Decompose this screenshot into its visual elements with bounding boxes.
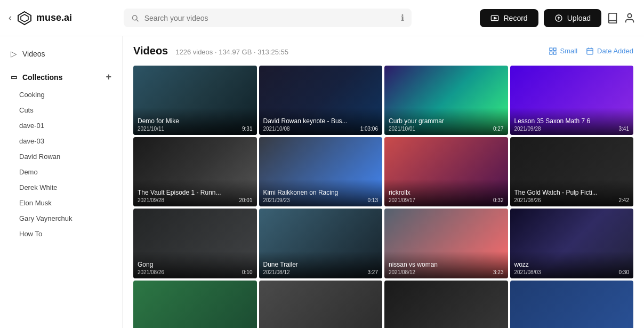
add-collection-icon[interactable]: +	[106, 71, 111, 83]
view-small-label: Small	[560, 47, 578, 55]
content-meta: 1226 videos · 134.97 GB · 313:25:55	[175, 48, 288, 56]
video-duration: 3:41	[619, 126, 629, 132]
video-footer: 2021/08/123:27	[263, 269, 379, 275]
video-title: Kimi Raikkonen on Racing	[263, 189, 379, 196]
video-overlay: The Vault Episode 1 - Runn...2021/09/282…	[133, 179, 257, 206]
sidebar-item-cooking[interactable]: Cooking	[0, 87, 122, 102]
library-button[interactable]	[607, 12, 618, 24]
sidebar-item-dave-01[interactable]: dave-01	[0, 118, 122, 133]
video-card[interactable]: rickrollx2021/09/170:32	[384, 137, 508, 206]
info-icon[interactable]: ℹ	[401, 13, 404, 23]
video-card[interactable]: 2021/07/22	[510, 281, 634, 328]
svg-point-8	[627, 13, 631, 17]
profile-button[interactable]	[624, 12, 635, 24]
video-date: 2021/10/08	[263, 126, 290, 132]
search-icon	[131, 14, 139, 22]
video-date: 2021/08/03	[514, 269, 541, 275]
video-footer: 2021/08/260:10	[138, 269, 253, 275]
svg-rect-13	[587, 49, 593, 54]
svg-point-2	[132, 15, 137, 20]
video-card[interactable]: Kimi Raikkonen on Racing2021/09/230:13	[259, 137, 383, 206]
sidebar-item-how-to[interactable]: How To	[0, 226, 122, 242]
back-button[interactable]: ‹	[9, 12, 12, 23]
sidebar-item-gary-vaynerchuk[interactable]: Gary Vaynerchuk	[0, 211, 122, 226]
video-overlay: Curb your grammar2021/10/010:27	[384, 108, 508, 135]
video-card[interactable]: The Vault Episode 1 - Runn...2021/09/282…	[133, 137, 257, 206]
sidebar-item-derek-white[interactable]: Derek White	[0, 180, 122, 195]
svg-rect-10	[553, 48, 556, 51]
svg-marker-0	[18, 12, 31, 25]
video-card[interactable]: nissan vs woman2021/08/123:23	[384, 209, 508, 278]
video-footer: 2021/09/230:13	[263, 197, 379, 203]
search-bar[interactable]: ℹ	[124, 9, 412, 27]
video-overlay: Lesson 35 Saxon Math 7 62021/09/283:41	[510, 108, 634, 135]
sidebar-item-videos[interactable]: ▷ Videos	[0, 45, 122, 63]
video-footer: 2021/10/119:31	[138, 126, 253, 132]
sidebar-collections-header[interactable]: ▭ Collections +	[0, 67, 122, 87]
video-date: 2021/08/26	[514, 197, 541, 203]
video-card[interactable]: 2021/07/28	[259, 281, 383, 328]
header-actions: Record Upload	[480, 9, 635, 27]
video-footer: 2021/09/170:32	[389, 197, 504, 203]
view-small-button[interactable]: Small	[549, 47, 578, 55]
video-card[interactable]: The Gold Watch - Pulp Ficti...2021/08/26…	[510, 137, 634, 206]
svg-rect-9	[550, 48, 552, 51]
video-duration: 3:23	[493, 269, 503, 275]
svg-marker-5	[494, 17, 497, 19]
video-overlay: The Gold Watch - Pulp Ficti...2021/08/26…	[510, 179, 634, 206]
video-title: wozz	[514, 261, 630, 268]
sidebar-item-demo[interactable]: Demo	[0, 164, 122, 180]
video-duration: 0:32	[493, 197, 503, 203]
video-duration: 0:13	[368, 197, 378, 203]
calendar-icon	[586, 47, 594, 55]
video-card[interactable]: Curb your grammar2021/10/010:27	[384, 66, 508, 135]
play-icon: ▷	[11, 49, 17, 59]
video-duration: 3:27	[368, 269, 378, 275]
video-overlay: Dune Trailer2021/08/123:27	[259, 251, 383, 278]
video-title: David Rowan keynote - Bus...	[263, 117, 379, 125]
video-overlay: Gong2021/08/260:10	[133, 251, 257, 278]
video-date: 2021/09/28	[514, 126, 541, 132]
sidebar-sub-items: CookingCutsdave-01dave-03David RowanDemo…	[0, 87, 122, 242]
video-title: Curb your grammar	[389, 117, 504, 125]
video-title: Gong	[138, 261, 253, 268]
video-footer: 2021/08/030:30	[514, 269, 630, 275]
video-card[interactable]: Gong2021/08/260:10	[133, 209, 257, 278]
video-duration: 9:31	[242, 126, 252, 132]
search-input[interactable]	[144, 14, 396, 22]
video-card[interactable]: 2021/07/30	[133, 281, 257, 328]
video-card[interactable]: Lesson 35 Saxon Math 7 62021/09/283:41	[510, 66, 634, 135]
collection-icon: ▭	[11, 73, 17, 81]
video-duration: 0:30	[619, 269, 629, 275]
svg-rect-11	[550, 52, 552, 54]
video-footer: 2021/09/283:41	[514, 126, 630, 132]
svg-marker-1	[21, 14, 28, 22]
content-header: Videos 1226 videos · 134.97 GB · 313:25:…	[133, 45, 633, 57]
video-card[interactable]: Dune Trailer2021/08/123:27	[259, 209, 383, 278]
video-duration: 0:27	[493, 126, 503, 132]
sidebar-item-david-rowan[interactable]: David Rowan	[0, 149, 122, 164]
user-icon	[624, 12, 635, 24]
grid-icon	[549, 47, 557, 55]
collections-label: Collections	[22, 73, 62, 82]
date-sort-button[interactable]: Date Added	[586, 47, 633, 55]
upload-button[interactable]: Upload	[544, 9, 601, 27]
video-date: 2021/08/12	[263, 269, 290, 275]
video-card[interactable]: David Rowan keynote - Bus...2021/10/081:…	[259, 66, 383, 135]
sidebar-item-cuts[interactable]: Cuts	[0, 102, 122, 118]
sidebar-item-elon-musk[interactable]: Elon Musk	[0, 195, 122, 211]
video-date: 2021/09/23	[263, 197, 290, 203]
sidebar-item-dave-03[interactable]: dave-03	[0, 133, 122, 149]
video-duration: 1:03:06	[360, 126, 378, 132]
upload-icon	[554, 14, 563, 22]
video-title: Demo for Mike	[138, 117, 253, 125]
video-duration: 20:01	[239, 197, 252, 203]
video-card[interactable]: 2021/07/25	[384, 281, 508, 328]
record-button[interactable]: Record	[480, 9, 538, 27]
video-card[interactable]: Demo for Mike2021/10/119:31	[133, 66, 257, 135]
record-label: Record	[503, 14, 527, 22]
video-overlay: nissan vs woman2021/08/123:23	[384, 251, 508, 278]
video-card[interactable]: wozz2021/08/030:30	[510, 209, 634, 278]
video-grid: Demo for Mike2021/10/119:31David Rowan k…	[133, 66, 633, 328]
video-date: 2021/10/01	[389, 126, 415, 132]
